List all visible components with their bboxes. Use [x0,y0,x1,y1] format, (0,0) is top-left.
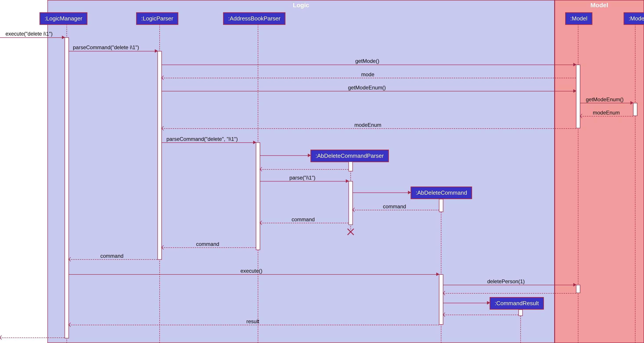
msg-modeenum-return1 [580,116,633,116]
msg-getmodeenum2 [580,103,633,103]
activation-model-2 [576,285,580,293]
participant-abdeletecommandparser: :AbDeleteCommandParser [310,150,389,162]
msg-command-return1 [353,210,439,210]
msg-command-return4 [69,259,158,260]
model-title: Model [555,2,644,9]
participant-abdeletecommand: :AbDeleteCommand [410,187,472,199]
msg-getmode [162,65,576,65]
activation-commandresult [518,309,523,316]
label-execute1: execute("delete i\1") [6,31,53,37]
model-container: Model [555,0,644,343]
label-command4: command [100,253,124,259]
msg-create-parser [260,155,310,156]
msg-command-return3 [162,247,256,248]
msg-getmodeenum1 [162,91,576,91]
label-deleteperson: deletePerson(1) [487,278,525,284]
msg-create-parser-return [260,169,348,170]
participant-addressbookparser: :AddressBookParser [223,12,286,25]
activation-abdeletecommandparser-1 [348,162,353,171]
activation-model-1 [576,65,580,128]
label-execute2: execute() [240,268,262,274]
label-parse: parse("i\1") [290,175,315,181]
label-modeenum2: modeEnum [354,122,382,128]
msg-deleteperson [443,285,576,285]
label-result: result [246,318,259,324]
label-command1: command [383,203,406,210]
activation-abdeletecommand-2 [439,274,443,325]
activation-mode [633,103,638,116]
label-getmodeenum1: getModeEnum() [348,85,386,91]
destroy-icon [347,228,354,235]
label-parsecommand2: parseCommand("delete", "i\1") [166,136,238,142]
msg-execute2 [69,274,439,275]
msg-deleteperson-return [443,293,576,293]
participant-mode: :Mode [624,12,644,25]
activation-abdeletecommand-1 [439,199,443,212]
msg-create-result [443,303,490,303]
arrow [573,63,576,66]
arrow [308,154,311,157]
arrow [0,335,4,340]
participant-logicparser: :LogicParser [136,12,178,25]
arrow [408,191,411,194]
arrow [346,179,349,183]
msg-parsecommand1 [69,51,158,52]
arrow [253,141,256,144]
arrow [630,101,634,105]
label-command3: command [196,241,219,247]
msg-parsecommand2 [162,142,256,143]
activation-addressbookparser [256,142,260,250]
msg-execute1 [0,37,64,38]
activation-logicparser [158,51,162,260]
msg-mode-return [162,78,576,78]
msg-command-return2 [260,223,348,223]
msg-parse [260,181,348,181]
arrow [487,301,490,304]
activation-abdeletecommandparser-2 [348,181,353,225]
lifeline-mode [635,24,636,343]
participant-commandresult: :CommandResult [490,297,544,310]
msg-modeenum-return2 [162,128,576,129]
msg-result [69,325,439,325]
arrow [62,36,65,39]
msg-create-command [353,192,410,193]
label-getmode: getMode() [355,58,379,64]
arrow [573,283,576,286]
label-getmodeenum2: getModeEnum() [586,97,624,103]
label-parsecommand1: parseCommand("delete i\1") [73,44,139,51]
logic-container: Logic [48,0,555,343]
arrow [436,272,439,276]
label-command2: command [292,216,315,223]
label-modeenum1: modeEnum [593,110,620,116]
participant-model: :Model [565,12,592,25]
msg-result-return [443,315,518,315]
label-mode: mode [361,71,374,78]
msg-final-return [0,337,64,338]
participant-logicmanager: :LogicManager [40,12,88,25]
activation-logicmanager [64,37,69,338]
arrow [155,49,158,53]
arrow [573,89,576,93]
logic-title: Logic [48,2,554,9]
